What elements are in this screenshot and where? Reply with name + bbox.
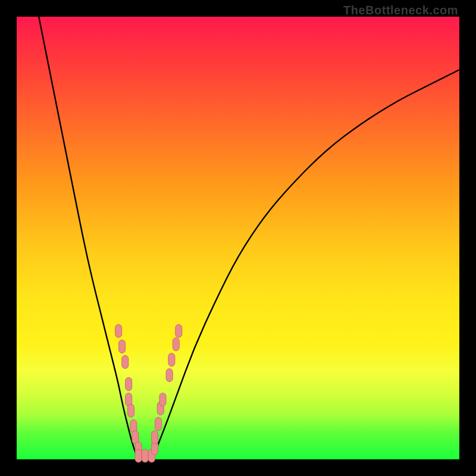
bottleneck-curve: [39, 17, 459, 457]
plot-area: [17, 17, 459, 459]
data-marker: [152, 431, 158, 444]
data-marker: [115, 324, 122, 337]
data-marker: [119, 340, 126, 353]
curve-layer: [17, 17, 459, 459]
data-marker: [142, 449, 148, 462]
data-markers: [115, 324, 182, 462]
data-marker: [176, 324, 182, 337]
data-marker: [159, 393, 166, 406]
data-marker: [155, 418, 162, 431]
data-marker: [168, 353, 175, 367]
data-marker: [126, 378, 132, 391]
data-marker: [166, 369, 173, 382]
data-marker: [173, 338, 179, 351]
data-marker: [122, 355, 129, 368]
data-marker: [135, 449, 142, 462]
watermark-text: TheBottleneck.com: [343, 4, 458, 17]
data-marker: [128, 404, 134, 417]
chart-frame: TheBottleneck.com: [0, 0, 476, 476]
